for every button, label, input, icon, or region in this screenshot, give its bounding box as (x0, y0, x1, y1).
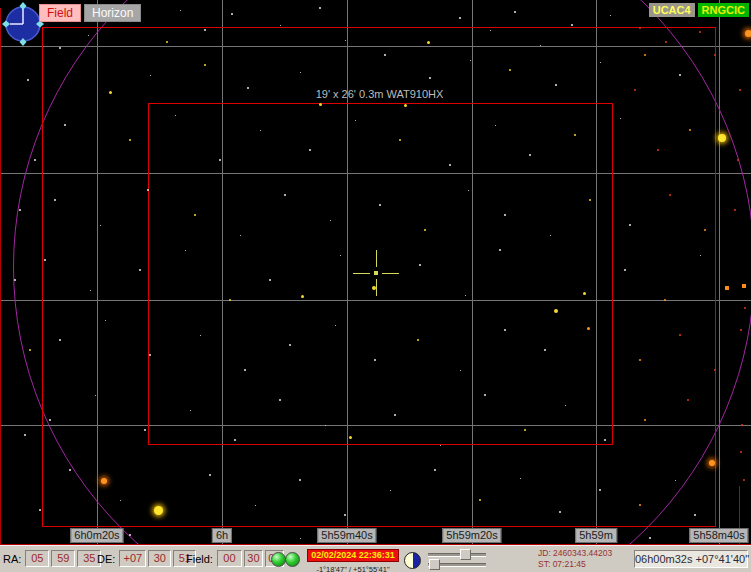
star (379, 204, 381, 206)
star (109, 91, 112, 94)
slider-bottom[interactable] (428, 559, 486, 569)
star (699, 31, 701, 33)
star (744, 307, 746, 309)
star (587, 327, 590, 330)
star (664, 299, 666, 301)
star (679, 74, 681, 76)
star (424, 229, 426, 231)
crosshair-arm (382, 273, 399, 274)
star (325, 425, 326, 426)
slider-bottom-thumb[interactable] (429, 559, 440, 570)
catalog-badges: UCAC4RNGCIC (649, 3, 749, 17)
catalog-badge-ucac4[interactable]: UCAC4 (649, 3, 695, 17)
star (280, 25, 281, 26)
ra-grid-label: 6h0m20s (70, 528, 123, 543)
star (154, 506, 163, 515)
catalog-badge-rngcic[interactable]: RNGCIC (698, 3, 749, 17)
star (709, 460, 715, 466)
star (129, 534, 131, 536)
star (675, 480, 676, 481)
star (649, 537, 651, 539)
star (289, 344, 291, 346)
star (565, 405, 566, 406)
star (64, 124, 66, 126)
slider-top[interactable] (428, 549, 486, 559)
star (743, 479, 745, 481)
star (309, 149, 311, 151)
star (610, 15, 611, 16)
star (204, 64, 206, 66)
star (624, 269, 626, 271)
datetime-block: 02/02/2024 22:36:31 -1°18'47" / +51°55'4… (299, 548, 407, 572)
star (459, 17, 461, 19)
star (180, 10, 181, 11)
datetime-display[interactable]: 02/02/2024 22:36:31 (307, 549, 399, 562)
camera-fov-rectangle (148, 103, 613, 445)
star (100, 225, 101, 226)
star (550, 235, 551, 236)
star (704, 229, 706, 231)
status-led-2[interactable] (285, 552, 300, 567)
sun-moon-altitude: -1°18'47" / +51°55'41" (316, 565, 389, 572)
star (24, 434, 26, 436)
star (639, 359, 641, 361)
star (120, 500, 121, 501)
field-value-1[interactable]: 30 (244, 550, 263, 567)
star (185, 250, 186, 251)
star (101, 478, 107, 484)
star (340, 255, 341, 256)
star (105, 320, 106, 321)
star (149, 354, 151, 356)
star (417, 339, 419, 341)
star (741, 424, 743, 426)
field-value-0[interactable]: 00 (217, 550, 242, 567)
view-mode-tabs: FieldHorizon (39, 4, 141, 22)
star (204, 29, 206, 31)
star (739, 89, 741, 91)
status-led-1[interactable] (271, 552, 286, 567)
de-value-1[interactable]: 30 (148, 550, 171, 567)
fov-caption: 19' x 26' 0.3m WAT910HX (316, 88, 444, 100)
star (449, 164, 451, 166)
ra-grid-label: 6h (212, 528, 232, 543)
star (300, 538, 301, 539)
star (571, 24, 573, 26)
star (175, 115, 176, 116)
star (740, 451, 742, 453)
star (255, 505, 256, 506)
star (39, 509, 41, 511)
star (574, 134, 576, 136)
star (644, 54, 646, 56)
star (689, 129, 691, 131)
star (129, 139, 131, 141)
star (319, 103, 322, 106)
tab-horizon[interactable]: Horizon (84, 4, 141, 22)
de-label: DE: (97, 553, 115, 565)
star (300, 72, 301, 73)
ra-value-1[interactable]: 59 (51, 550, 75, 567)
star (335, 325, 336, 326)
star (440, 445, 441, 446)
star (19, 209, 21, 211)
star (200, 335, 201, 336)
status-bar: RA:055935 DE:+073051 Field:003000 02/02/… (0, 545, 751, 572)
star (718, 134, 726, 142)
star (504, 214, 506, 216)
sky-chart-canvas[interactable]: 19' x 26' 0.3m WAT910HX 6h0m20s6h5h59m40… (0, 0, 751, 545)
tab-field[interactable]: Field (39, 4, 81, 22)
star (514, 11, 516, 13)
star (434, 469, 436, 471)
star (190, 410, 191, 411)
ra-value-0[interactable]: 05 (25, 550, 49, 567)
star (299, 479, 301, 481)
star (504, 329, 506, 331)
de-value-0[interactable]: +07 (119, 550, 146, 567)
star (604, 439, 606, 441)
star (88, 35, 89, 36)
star (737, 159, 739, 161)
crosshair-arm (376, 279, 377, 296)
star (345, 40, 346, 41)
ra-label: RA: (3, 553, 21, 565)
star (465, 295, 466, 296)
star (404, 104, 407, 107)
